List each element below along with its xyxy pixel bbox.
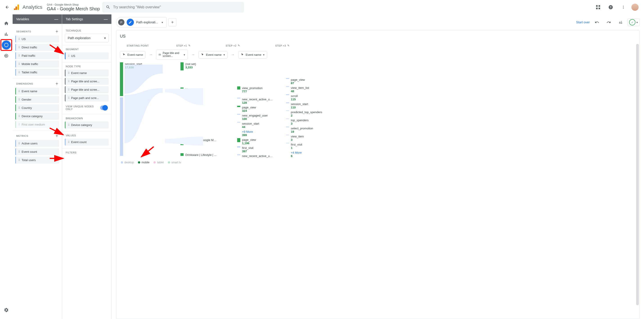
path-node-more[interactable]: +4 More6 — [286, 151, 322, 158]
path-node[interactable]: top_spenders3 — [286, 118, 322, 125]
start-node-select[interactable]: Event name — [120, 51, 145, 58]
metric-chip[interactable]: ⠿Active users — [15, 140, 59, 147]
path-node[interactable]: Stationery | Google Me...3,000 — [180, 138, 217, 145]
path-node[interactable]: session_start17,838 — [120, 62, 142, 96]
path-node[interactable]: Home1,572 — [180, 88, 217, 94]
nav-reports[interactable] — [2, 30, 11, 39]
nav-home[interactable] — [2, 19, 11, 28]
path-node[interactable]: view_item3 — [286, 135, 322, 142]
dimension-chip[interactable]: ⠿Country — [15, 104, 59, 111]
step3-node-select[interactable]: Event name▾ — [238, 51, 267, 58]
edit-step-button[interactable]: ✎ — [188, 44, 190, 47]
path-node-more[interactable]: +9 More399 — [237, 130, 274, 137]
metric-chip[interactable]: ⠿Total users — [15, 156, 59, 164]
add-metric-button[interactable]: + — [56, 134, 58, 138]
path-node[interactable]: first_visit397 — [237, 146, 274, 153]
collapse-tab-settings-button[interactable]: — — [104, 17, 108, 21]
path-node[interactable]: session_start110 — [286, 102, 322, 109]
path-node[interactable]: page_view324 — [237, 106, 274, 112]
segment-chip[interactable]: ⠿Mobile traffic — [15, 60, 59, 68]
segment-chip[interactable]: ⠿US — [15, 36, 59, 42]
add-segment-button[interactable]: + — [56, 29, 58, 34]
path-node[interactable]: page_view1,196 — [237, 138, 274, 145]
path-node[interactable]: new_recent_active_user — [237, 154, 274, 158]
apps-button[interactable] — [594, 3, 602, 12]
dimension-chip[interactable]: ⠿Gender — [15, 96, 59, 103]
search-bar[interactable] — [102, 2, 244, 12]
svg-rect-4 — [598, 5, 600, 7]
top-bar: Analytics GA4 - Google Merch Shop GA4 - … — [0, 0, 644, 14]
metric-chip[interactable]: ⠿Event count — [15, 148, 59, 155]
target-icon — [4, 53, 9, 58]
path-node[interactable]: view_item_list48 — [286, 86, 322, 93]
svg-line-20 — [141, 147, 154, 157]
property-selector[interactable]: GA4 - Google Merch Shop GA4 - Google Mer… — [47, 3, 100, 12]
share-button[interactable] — [616, 18, 625, 27]
path-node[interactable]: view_promotion777 — [237, 86, 274, 93]
tab-dropdown[interactable]: ▾ — [160, 21, 164, 24]
user-avatar[interactable] — [632, 4, 638, 11]
edit-tab-button[interactable] — [127, 19, 134, 26]
values-chip[interactable]: ⠿Event count — [65, 138, 109, 146]
status-indicator[interactable]: ✓▾ — [628, 18, 640, 26]
technique-select[interactable]: Path exploration▾ — [65, 34, 109, 42]
node-type-chip[interactable]: ⠿Event name — [65, 70, 109, 76]
metrics-label: METRICS — [16, 134, 28, 137]
path-node[interactable]: page_view87 — [286, 78, 322, 85]
vertical-scrollbar[interactable] — [636, 44, 639, 305]
path-node[interactable]: Drinkware | Lifestyle | ... — [180, 153, 217, 156]
nav-advertising[interactable] — [2, 51, 11, 60]
more-button[interactable] — [619, 3, 628, 12]
breakdown-chip[interactable]: ⠿Device category — [65, 122, 109, 128]
drag-handle-icon: ⠿ — [18, 38, 20, 41]
canvas-toolbar: P Path explorati... ▾ + Start over ✓▾ — [112, 14, 644, 30]
dimension-chip[interactable]: ⠿First user medium — [15, 121, 59, 128]
back-button[interactable] — [3, 3, 12, 12]
unique-nodes-toggle[interactable] — [100, 106, 108, 110]
legend-item[interactable]: smart tv — [168, 161, 181, 164]
add-tab-button[interactable]: + — [168, 18, 176, 26]
variables-panel: Variables — SEGMENTS+ ⠿US ⠿Direct traffi… — [12, 14, 62, 319]
more-vert-icon — [621, 5, 625, 9]
drag-handle-icon: ⠿ — [18, 142, 20, 145]
segment-chip[interactable]: ⠿Tablet traffic — [15, 69, 59, 76]
legend-item[interactable]: desktop — [121, 161, 134, 164]
help-button[interactable]: ? — [606, 3, 615, 12]
edit-step-button[interactable]: ✎ — [287, 44, 290, 47]
segment-chip[interactable]: ⠿Paid traffic — [15, 52, 59, 59]
legend-item[interactable]: mobile — [138, 161, 150, 164]
start-over-button[interactable]: Start over — [576, 20, 590, 24]
path-node[interactable]: (not set)3,333 — [180, 62, 217, 70]
path-node[interactable]: predicted_top_spenders2 — [286, 110, 322, 117]
breakdown-label: BREAKDOWN — [66, 117, 83, 120]
node-type-chip[interactable]: ⠿Page title and scree... — [65, 78, 109, 85]
path-node[interactable]: scroll115 — [286, 94, 322, 101]
gear-icon — [4, 308, 9, 312]
dimension-chip[interactable]: ⠿Device category — [15, 113, 59, 120]
svg-rect-6 — [598, 8, 600, 9]
path-node[interactable]: new_engaged_user100 — [237, 114, 274, 120]
path-node[interactable]: session_start44 — [237, 122, 274, 129]
path-node[interactable]: select_promotion19 — [286, 127, 322, 134]
exploration-tab[interactable]: P Path explorati... ▾ — [116, 17, 166, 28]
nav-explore[interactable] — [2, 40, 11, 50]
add-dimension-button[interactable]: + — [56, 82, 58, 86]
edit-step-button[interactable]: ✎ — [238, 44, 240, 47]
sankey-diagram[interactable]: session_start17,838 (not set)3,333 Home1… — [120, 62, 636, 159]
step2-node-select[interactable]: Event name▾ — [198, 51, 227, 58]
undo-button[interactable] — [592, 18, 602, 27]
node-type-chip[interactable]: ⠿Page title and scree... — [65, 86, 109, 93]
step1-node-select[interactable]: Page title and screen...▾ — [156, 50, 188, 60]
search-input[interactable] — [113, 5, 240, 9]
cursor-icon — [201, 53, 204, 56]
collapse-variables-button[interactable]: — — [54, 17, 58, 21]
segment-chip[interactable]: ⠿Direct traffic — [15, 44, 59, 51]
path-node[interactable]: first_visit1 — [286, 143, 322, 150]
dimension-chip[interactable]: ⠿Event name — [15, 88, 59, 95]
applied-segment-chip[interactable]: ⠿US — [65, 52, 109, 60]
legend-item[interactable]: tablet — [154, 161, 164, 164]
path-node[interactable]: new_recent_active_user128 — [237, 98, 274, 104]
redo-button[interactable] — [604, 18, 613, 27]
nav-admin[interactable] — [2, 306, 11, 314]
node-type-chip[interactable]: ⠿Page path and scre... — [65, 94, 109, 102]
